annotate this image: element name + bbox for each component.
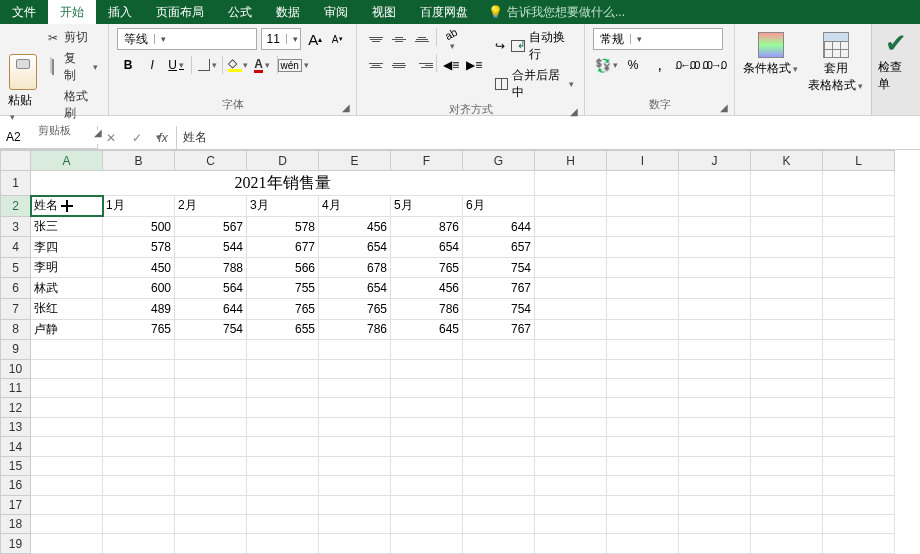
cell[interactable] [751,171,823,196]
cell[interactable] [607,398,679,417]
cell[interactable] [607,534,679,554]
cell[interactable] [535,379,607,398]
column-header-I[interactable]: I [607,151,679,171]
cell[interactable] [247,437,319,456]
decrease-font-button[interactable]: A▾ [327,29,347,49]
cell[interactable] [679,196,751,217]
cell[interactable] [319,534,391,554]
percent-button[interactable]: % [620,54,646,76]
cell[interactable] [679,299,751,320]
cell[interactable] [535,299,607,320]
cell[interactable] [391,398,463,417]
column-header-B[interactable]: B [103,151,175,171]
data-cell[interactable]: 786 [319,319,391,340]
tab-baidu-disk[interactable]: 百度网盘 [408,0,480,24]
data-cell[interactable]: 788 [175,257,247,278]
merge-center-button[interactable]: 合并后居中▾ [493,66,576,102]
cell[interactable] [535,437,607,456]
cell[interactable] [607,278,679,299]
tab-insert[interactable]: 插入 [96,0,144,24]
cell[interactable] [751,216,823,237]
phonetic-button[interactable]: wén▾ [282,54,304,76]
cell[interactable] [679,171,751,196]
header-cell[interactable]: 2月 [175,196,247,217]
data-cell[interactable]: 564 [175,278,247,299]
cell[interactable] [463,514,535,533]
cell[interactable] [175,456,247,475]
cell[interactable] [679,476,751,495]
data-cell[interactable]: 765 [247,299,319,320]
cell[interactable] [535,417,607,436]
cell[interactable] [247,398,319,417]
cell[interactable] [535,216,607,237]
cell[interactable] [319,456,391,475]
column-header-K[interactable]: K [751,151,823,171]
cell[interactable] [31,379,103,398]
cell[interactable] [175,514,247,533]
cell[interactable] [679,514,751,533]
tab-formula[interactable]: 公式 [216,0,264,24]
row-header-14[interactable]: 14 [1,437,31,456]
data-cell[interactable]: 李四 [31,237,103,258]
copy-button[interactable]: 复制▾ [44,49,100,85]
column-header-C[interactable]: C [175,151,247,171]
cell[interactable] [391,379,463,398]
cell[interactable] [175,417,247,436]
accept-formula-button[interactable]: ✓ [124,131,150,145]
header-cell[interactable]: 3月 [247,196,319,217]
cell[interactable] [391,417,463,436]
cell[interactable] [31,534,103,554]
cell[interactable] [247,534,319,554]
data-cell[interactable]: 张三 [31,216,103,237]
data-cell[interactable]: 654 [319,237,391,258]
cell[interactable] [823,437,895,456]
data-cell[interactable]: 765 [103,319,175,340]
tab-file[interactable]: 文件 [0,0,48,24]
cell[interactable] [391,456,463,475]
cell[interactable] [247,379,319,398]
data-cell[interactable]: 767 [463,278,535,299]
cell[interactable] [391,359,463,378]
cell[interactable] [823,319,895,340]
cell[interactable] [319,417,391,436]
cell[interactable] [31,514,103,533]
cell[interactable] [823,495,895,514]
data-cell[interactable]: 578 [103,237,175,258]
data-cell[interactable]: 567 [175,216,247,237]
data-cell[interactable]: 张红 [31,299,103,320]
cell[interactable] [823,476,895,495]
cut-button[interactable]: ✂剪切 [44,28,100,47]
cell[interactable] [463,359,535,378]
data-cell[interactable]: 578 [247,216,319,237]
data-cell[interactable]: 500 [103,216,175,237]
cell[interactable] [247,514,319,533]
data-cell[interactable]: 654 [391,237,463,258]
chevron-down-icon[interactable]: ▾ [286,34,302,44]
number-dialog-launcher[interactable]: ◢ [720,102,728,113]
orientation-button[interactable]: ab▾ [440,28,462,50]
fx-button[interactable]: fx [150,131,176,145]
cell[interactable] [31,495,103,514]
cell[interactable] [31,359,103,378]
cell[interactable] [751,237,823,258]
decrease-decimal-button[interactable]: .00→.0 [700,54,726,76]
font-dialog-launcher[interactable]: ◢ [342,102,350,113]
cell[interactable] [607,417,679,436]
column-header-F[interactable]: F [391,151,463,171]
data-cell[interactable]: 644 [175,299,247,320]
data-cell[interactable]: 654 [319,278,391,299]
paste-button[interactable]: 粘贴▾ [8,92,38,123]
cell[interactable] [175,359,247,378]
cell[interactable] [463,379,535,398]
cell[interactable] [31,456,103,475]
data-cell[interactable]: 755 [247,278,319,299]
cell[interactable] [823,299,895,320]
data-cell[interactable]: 765 [319,299,391,320]
cell[interactable] [103,534,175,554]
cell[interactable] [823,237,895,258]
cell[interactable] [319,514,391,533]
cell[interactable] [751,476,823,495]
cell[interactable] [175,534,247,554]
cell[interactable] [175,398,247,417]
cell[interactable] [175,476,247,495]
